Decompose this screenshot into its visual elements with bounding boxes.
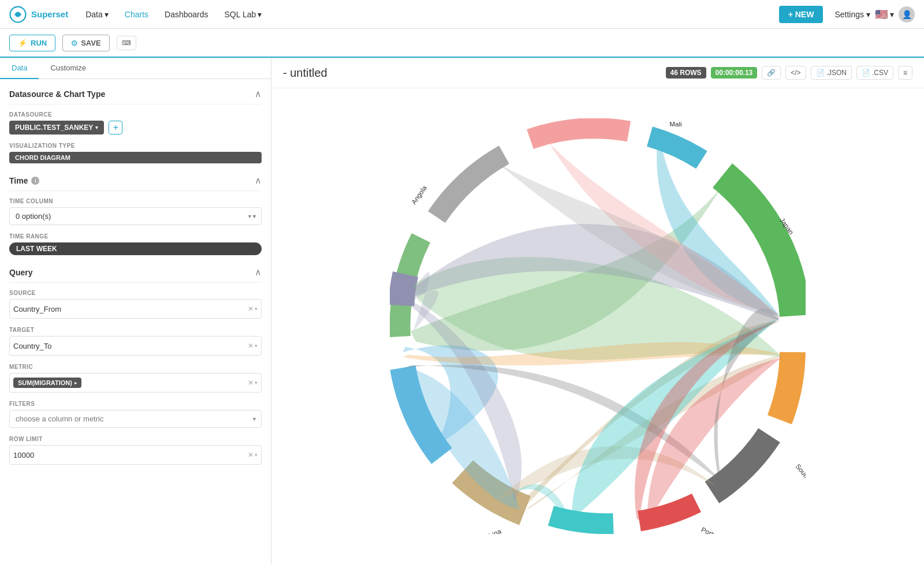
run-button[interactable]: ⚡ RUN: [9, 35, 55, 51]
query-section-title: Query: [9, 268, 32, 277]
add-datasource-button[interactable]: +: [109, 121, 122, 135]
metric-expand-icon: ▸: [74, 380, 77, 386]
chevron-down-icon[interactable]: ▾: [255, 452, 258, 458]
language-selector[interactable]: 🇺🇸 ▾: [875, 8, 894, 21]
nav-charts[interactable]: Charts: [119, 6, 154, 23]
time-range-badge[interactable]: LAST WEEK: [9, 242, 262, 255]
flag-icon: 🇺🇸: [875, 8, 888, 21]
filters-field: FILTERS: [9, 401, 262, 428]
logo[interactable]: Superset: [9, 6, 68, 23]
csv-button[interactable]: 📄 .CSV: [856, 66, 893, 80]
code-icon: </>: [791, 69, 800, 77]
viztype-label: VISUALIZATION TYPE: [9, 143, 262, 149]
clear-icon[interactable]: ✕: [248, 305, 254, 313]
chart-header: - untitled 46 ROWS 00:00:00.13 🔗 </> 📄 .…: [271, 58, 924, 88]
angola-label: Angola: [410, 184, 429, 206]
query-section: Query ∧ SOURCE Country_From ✕ ▾: [9, 267, 262, 465]
time-collapse-icon: ∧: [255, 175, 262, 186]
file-icon: 📄: [816, 69, 825, 77]
datasource-select[interactable]: PUBLIC.TEST_SANKEY ▾: [9, 121, 104, 135]
metric-label: METRIC: [9, 364, 262, 370]
target-select-actions: ✕ ▾: [248, 342, 258, 350]
row-limit-field: ROW LIMIT 10000 ✕ ▾: [9, 436, 262, 465]
clear-icon[interactable]: ✕: [248, 379, 254, 387]
keyboard-icon: ⌨: [122, 39, 131, 46]
save-icon: ⊙: [71, 39, 77, 47]
panel-tabs: Data Customize: [0, 58, 271, 79]
user-icon: 👤: [902, 10, 912, 19]
time-section-header[interactable]: Time i ∧: [9, 175, 262, 191]
left-panel: Data Customize Datasource & Chart Type ∧…: [0, 58, 271, 564]
chart-actions: 46 ROWS 00:00:00.13 🔗 </> 📄 .JSON 📄 .CSV: [666, 66, 912, 80]
metric-select[interactable]: SUM(MIGRATION) ▸ ✕ ▾: [9, 373, 262, 393]
tab-customize[interactable]: Customize: [39, 58, 97, 79]
chevron-down-icon: ▾: [95, 125, 98, 130]
time-column-label: TIME COLUMN: [9, 198, 262, 204]
time-column-field: TIME COLUMN 0 option(s) ▼: [9, 198, 262, 225]
new-button[interactable]: + NEW: [779, 6, 824, 23]
chord-diagram: Morocco Angola Spain Mali Japan England …: [390, 118, 806, 534]
time-range-label: TIME RANGE: [9, 233, 262, 240]
topnav-right: Settings ▾ 🇺🇸 ▾ 👤: [834, 6, 915, 23]
portugal-label: Portugal: [700, 525, 726, 534]
filters-label: FILTERS: [9, 401, 262, 407]
filters-input[interactable]: [9, 410, 262, 428]
datasource-field-row: PUBLIC.TEST_SANKEY ▾ +: [9, 121, 262, 135]
datasource-label: DATASOURCE: [9, 111, 262, 118]
row-limit-label: ROW LIMIT: [9, 436, 262, 442]
time-section-title: Time i: [9, 176, 39, 185]
chevron-down-icon[interactable]: ▾: [255, 343, 258, 349]
china-label: China: [483, 527, 503, 534]
main-layout: Data Customize Datasource & Chart Type ∧…: [0, 58, 924, 564]
datasource-section-header[interactable]: Datasource & Chart Type ∧: [9, 88, 262, 104]
time-column-select[interactable]: 0 option(s): [9, 207, 262, 225]
menu-button[interactable]: ≡: [898, 66, 912, 80]
datasource-field: DATASOURCE PUBLIC.TEST_SANKEY ▾ +: [9, 111, 262, 135]
time-range-field: TIME RANGE LAST WEEK: [9, 233, 262, 255]
query-section-header[interactable]: Query ∧: [9, 267, 262, 283]
viztype-badge[interactable]: CHORD DIAGRAM: [9, 152, 262, 163]
nav-dashboards[interactable]: Dashboards: [159, 6, 214, 23]
source-select[interactable]: Country_From ✕ ▾: [9, 299, 262, 319]
time-section: Time i ∧ TIME COLUMN 0 option(s) ▼: [9, 175, 262, 255]
link-button[interactable]: 🔗: [762, 66, 781, 80]
settings-link[interactable]: Settings ▾: [834, 10, 870, 19]
chevron-down-icon[interactable]: ▾: [255, 306, 258, 312]
clear-icon[interactable]: ✕: [248, 342, 254, 350]
right-panel: - untitled 46 ROWS 00:00:00.13 🔗 </> 📄 .…: [271, 58, 924, 564]
user-avatar[interactable]: 👤: [899, 6, 915, 23]
code-button[interactable]: </>: [785, 66, 806, 80]
chart-area: Morocco Angola Spain Mali Japan England …: [271, 88, 924, 564]
nav-data[interactable]: Data ▾: [80, 6, 114, 23]
menu-icon: ≡: [903, 69, 907, 77]
save-button[interactable]: ⊙ SAVE: [62, 35, 109, 51]
json-button[interactable]: 📄 .JSON: [811, 66, 852, 80]
chevron-down-icon[interactable]: ▾: [255, 380, 258, 386]
tab-data[interactable]: Data: [0, 58, 39, 79]
filters-select-wrapper: [9, 410, 262, 428]
toolbar: ⚡ RUN ⊙ SAVE ⌨: [0, 29, 924, 58]
link-icon: 🔗: [767, 69, 776, 77]
southafrica-label: SouthAfrica: [794, 462, 806, 494]
source-select-actions: ✕ ▾: [248, 305, 258, 313]
time-badge: 00:00:00.13: [711, 67, 758, 79]
nav-sqllab[interactable]: SQL Lab ▾: [219, 6, 268, 23]
metric-tag[interactable]: SUM(MIGRATION) ▸: [13, 378, 81, 388]
datasource-collapse-icon: ∧: [255, 88, 262, 99]
row-limit-select[interactable]: 10000 ✕ ▾: [9, 445, 262, 465]
metric-field: METRIC SUM(MIGRATION) ▸ ✕ ▾: [9, 364, 262, 393]
clear-icon[interactable]: ✕: [248, 451, 254, 459]
row-limit-select-actions: ✕ ▾: [248, 451, 258, 459]
info-icon: i: [31, 177, 39, 185]
query-collapse-icon: ∧: [255, 267, 262, 278]
time-column-select-wrapper: 0 option(s) ▼: [9, 207, 262, 225]
datasource-section: Datasource & Chart Type ∧ DATASOURCE PUB…: [9, 88, 262, 163]
file-icon: 📄: [862, 69, 870, 77]
datasource-section-title: Datasource & Chart Type: [9, 89, 105, 99]
source-field: SOURCE Country_From ✕ ▾: [9, 290, 262, 319]
chart-title: - untitled: [283, 66, 327, 80]
source-label: SOURCE: [9, 290, 262, 296]
target-select[interactable]: Country_To ✕ ▾: [9, 336, 262, 356]
keyboard-shortcut-button[interactable]: ⌨: [117, 36, 136, 50]
target-label: TARGET: [9, 327, 262, 333]
